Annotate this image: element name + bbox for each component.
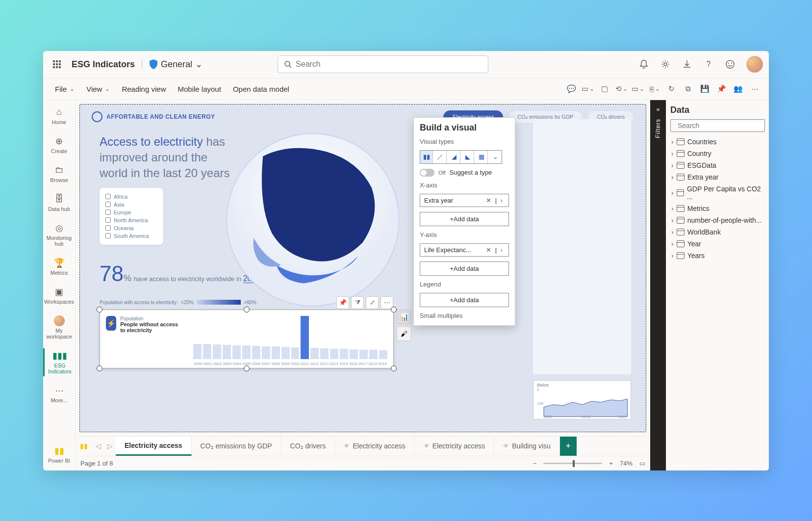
nav-monitoring-hub[interactable]: ◎Monitoring hub [43,221,75,249]
add-page-button[interactable]: + [560,437,577,456]
menu-open-data-model[interactable]: Open data model [228,82,294,96]
bar[interactable] [232,345,241,359]
region-item[interactable]: Africa [105,193,157,201]
nav-data-hub[interactable]: 🗄Data hub [43,192,75,214]
expand-filters-icon[interactable]: « [657,106,660,113]
data-table-item[interactable]: ESGData [670,159,765,171]
bar[interactable] [379,350,387,359]
region-item[interactable]: South America [105,232,157,240]
bar[interactable] [262,346,270,359]
bar[interactable] [203,344,211,359]
bar[interactable] [252,346,260,359]
region-item[interactable]: Europe [105,208,157,216]
region-item[interactable]: Asia [105,201,157,208]
suggest-type-toggle[interactable]: Off Suggest a type [420,169,509,177]
present-icon[interactable]: ▭ [631,81,645,96]
download-icon[interactable] [682,59,692,70]
export-icon[interactable]: ⎘ [647,81,662,96]
fit-to-page-icon[interactable]: ▭ [639,460,645,467]
sync-icon[interactable]: ⟲ [614,81,629,96]
mini-area-chart[interactable]: Belize 100 0 2000 2010 2020 [533,380,631,419]
xaxis-add-data-button[interactable]: +Add data [420,212,509,226]
remove-field-icon[interactable]: ✕ [484,246,493,254]
nav-more[interactable]: ⋯More... [43,383,75,405]
search-input[interactable] [296,60,482,69]
tab-next-icon[interactable]: ▷ [104,437,116,456]
data-search-input[interactable] [678,122,763,130]
data-search[interactable] [670,119,765,132]
xaxis-field-well[interactable]: Extra year ✕ | › [420,194,509,207]
bar[interactable] [301,316,309,359]
data-table-item[interactable]: Years [670,250,765,261]
pin-visual-icon[interactable]: 📌 [336,296,349,309]
page-tab[interactable]: CO₂ emissions by GDP [192,437,281,456]
view-icon[interactable]: ▢ [597,81,612,96]
nav-workspaces[interactable]: ▣Workspaces [43,285,75,307]
focus-visual-icon[interactable]: ⤢ [366,296,379,309]
nav-metrics[interactable]: 🏆Metrics [43,256,75,278]
zoom-out-icon[interactable]: − [533,460,537,467]
bar[interactable] [291,347,300,359]
copy-icon[interactable]: ⧉ [681,81,695,96]
filters-pane-collapsed[interactable]: « Filters [650,100,666,470]
filter-visual-icon[interactable]: ⧩ [351,296,364,309]
menu-reading-view[interactable]: Reading view [117,82,171,96]
bookmark-icon[interactable]: ▭ [581,81,595,96]
data-table-item[interactable]: Metrics [670,203,765,214]
area-chart-type-icon[interactable]: ◢ [448,151,460,163]
bar[interactable] [369,350,378,359]
combo-chart-type-icon[interactable]: ◣ [461,151,474,163]
data-table-item[interactable]: number-of-people-with... [670,214,765,226]
nav-home[interactable]: ⌂Home [43,105,75,127]
build-visual-tool-icon[interactable]: 📊 [397,310,411,324]
globe-map[interactable] [222,129,404,311]
menu-view[interactable]: View [81,82,115,96]
notifications-icon[interactable] [638,59,649,70]
teams-icon[interactable]: 👥 [731,81,745,96]
bar[interactable] [242,345,251,359]
remove-field-icon[interactable]: ✕ [484,197,493,204]
channel-dropdown[interactable]: General ⌄ [161,59,203,70]
region-item[interactable]: North America [105,216,157,224]
nav-create[interactable]: ⊕Create [43,134,75,156]
menu-mobile-layout[interactable]: Mobile layout [173,82,226,96]
page-tab[interactable]: 👁Building visu [494,437,560,456]
data-table-item[interactable]: Country [670,148,765,159]
bar-chart-type-icon[interactable]: ▮▮ [420,151,433,163]
pin-icon[interactable]: 📌 [714,81,729,96]
bar[interactable] [272,346,280,359]
page-tab[interactable]: Electricity access [116,437,192,456]
field-menu-icon[interactable]: › [499,246,505,254]
bar[interactable] [359,350,368,359]
comment-icon[interactable]: 💬 [564,81,579,96]
user-avatar[interactable] [746,56,763,73]
data-table-item[interactable]: Countries [670,136,765,148]
refresh-icon[interactable]: ↻ [664,81,679,96]
feedback-smiley-icon[interactable] [725,59,736,70]
bar[interactable] [320,348,329,359]
app-launcher-icon[interactable] [49,56,65,72]
bar[interactable] [350,349,358,359]
format-visual-tool-icon[interactable]: 🖌 [397,326,411,341]
page-tab[interactable]: CO₂ drivers [281,437,335,456]
yaxis-add-data-button[interactable]: +Add data [420,261,509,276]
bar-chart[interactable] [193,316,387,359]
nav-esg-indicators[interactable]: ▮▮▮ESG Indicators [43,348,75,376]
save-icon[interactable]: 💾 [697,81,712,96]
help-icon[interactable]: ? [703,59,714,70]
settings-gear-icon[interactable] [660,59,671,70]
region-item[interactable]: Oceania [105,224,157,232]
page-tab[interactable]: 👁Electricity access [415,437,494,456]
data-table-item[interactable]: GDP Per Capita vs CO2 ... [670,183,765,203]
sensitivity-shield-icon[interactable] [149,59,158,69]
bar[interactable] [310,348,319,359]
selected-visual[interactable]: 📌 ⧩ ⤢ ⋯ ⚡ PopulationPeople without acces… [100,310,394,368]
nav-my-workspace[interactable]: My workspace [43,313,75,341]
legend-add-data-button[interactable]: +Add data [420,293,509,307]
bar[interactable] [281,347,290,359]
page-tab[interactable]: 👁Electricity access [335,437,414,456]
more-types-dropdown[interactable]: ⌄ [489,151,502,163]
data-table-item[interactable]: Extra year [670,171,765,183]
nav-powerbi[interactable]: ▮▮Power BI [43,443,75,466]
bar[interactable] [193,344,202,359]
